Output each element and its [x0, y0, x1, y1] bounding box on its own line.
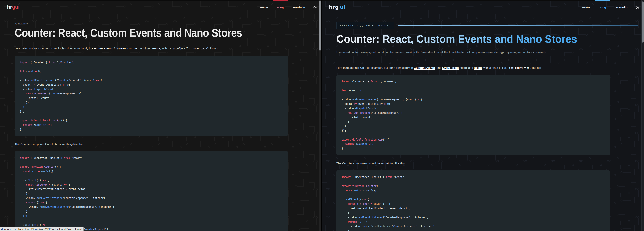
code-line: }) — [342, 120, 605, 124]
code-line — [342, 84, 605, 88]
theme-toggle-button[interactable] — [636, 6, 639, 9]
code-line: }; — [342, 228, 605, 231]
logo-accent: gui — [12, 4, 20, 10]
code-line — [20, 218, 283, 223]
code-line: window.addEventListener("CounterRequest"… — [342, 98, 605, 102]
code-line: count += event.detail?.by || 0; — [20, 82, 283, 87]
code-line: window.dispatchEvent( — [20, 87, 283, 92]
paragraph-text: , with a state of just — [482, 66, 508, 69]
code-line: export function Counter() { — [20, 165, 283, 169]
code-line: }); — [20, 109, 283, 114]
link-preview-status-bar: developer.mozilla.org/en-US/docs/Web/API… — [0, 227, 84, 231]
code-block-app-example: import { Counter } from "./Counter"; let… — [336, 75, 610, 155]
code-line: export default function App() { — [342, 138, 605, 142]
component-paragraph: The Counter component would be something… — [336, 161, 610, 166]
code-line: new CustomEvent("CounterResponse", { — [342, 111, 605, 115]
code-line: useEffect(() => { — [20, 178, 283, 183]
inline-link[interactable]: EventTarget — [442, 66, 459, 69]
site-header: hrgui Home Blog Portfolio — [0, 0, 321, 14]
inline-link[interactable]: Custom Events — [414, 66, 435, 69]
nav-blog[interactable]: Blog — [277, 6, 284, 9]
code-line: import { useEffect, useRef } from "react… — [342, 175, 605, 180]
inline-link[interactable]: React — [152, 47, 160, 50]
code-line: }); — [342, 128, 605, 133]
code-line: window.addEventListener("CounterRequest"… — [20, 78, 283, 82]
code-line: return <Counter />; — [342, 142, 605, 146]
right-window-scrollbar[interactable] — [642, 0, 644, 231]
inline-link[interactable]: React — [474, 66, 482, 69]
code-line: export function Counter() { — [342, 184, 605, 188]
active-tab-indicator — [273, 0, 288, 1]
code-line: }) — [20, 100, 283, 105]
code-line: const ref = useRef(); — [20, 169, 283, 174]
nav-home[interactable]: Home — [260, 6, 268, 9]
code-line: }); — [20, 214, 283, 218]
post-subtitle: Ever used custom events, but find it cum… — [336, 50, 610, 54]
scrollbar-thumb[interactable] — [642, 2, 644, 42]
code-line: const listener = (event) => { — [20, 183, 283, 187]
inline-code: `let count = 0` — [508, 66, 530, 69]
code-line: useEffect(() => { — [20, 223, 283, 227]
code-line: const listener = (event) ⇒ { — [342, 202, 605, 206]
code-line: return () ⇒ { — [342, 220, 605, 224]
code-line: }; — [20, 209, 283, 214]
logo-accent: ui — [340, 4, 345, 10]
paragraph-text: / the — [113, 47, 120, 50]
nav-portfolio[interactable]: Portfolio — [616, 6, 628, 9]
right-browser-window: hrgui Home Blog Portfolio 2/10/2025 // E… — [322, 0, 644, 231]
intro-paragraph: Let's take another Counter example, but … — [336, 66, 610, 70]
code-line: ref.current.textContent = event.detail; — [20, 187, 283, 192]
code-line — [20, 160, 283, 165]
code-line — [342, 93, 605, 98]
theme-toggle-button[interactable] — [313, 6, 317, 9]
post-title: Counter: React, Custom Events and Nano S… — [336, 33, 602, 45]
meta-divider-line — [398, 25, 638, 26]
post-date: 2/10/2025 — [14, 22, 288, 25]
article-content: 2/10/2025 // ENTRY_RECORD Counter: React… — [336, 22, 610, 231]
site-logo[interactable]: hrgui — [329, 4, 345, 10]
code-line: return <Counter />; — [20, 123, 283, 127]
code-line: window.removeEventListener("CounterRespo… — [20, 205, 283, 209]
moon-icon — [313, 6, 317, 9]
main-nav: Home Blog Portfolio — [260, 1, 317, 14]
left-window-scrollbar[interactable] — [318, 0, 321, 231]
post-meta-badge: 2/10/2025 // ENTRY_RECORD — [336, 22, 394, 29]
inline-link[interactable]: Custom Events — [92, 47, 113, 50]
code-line: count += event.detail?.by ‖ 0; — [342, 102, 605, 106]
post-meta-row: 2/10/2025 // ENTRY_RECORD — [336, 22, 638, 29]
article-content: 2/10/2025 Counter: React, Custom Events … — [14, 22, 288, 231]
code-line: }; — [342, 211, 605, 215]
code-line: let count = 0; — [20, 69, 283, 74]
nav-blog[interactable]: Blog — [600, 6, 606, 9]
code-line — [342, 180, 605, 184]
nav-home[interactable]: Home — [582, 6, 590, 9]
code-line — [342, 133, 605, 138]
paragraph-text: model and — [459, 66, 474, 69]
paragraph-text: , like so: — [530, 66, 541, 69]
inline-code: `let count = 0` — [186, 47, 208, 50]
site-logo[interactable]: hrgui — [7, 4, 20, 10]
code-line: detail: count, — [20, 96, 283, 100]
paragraph-text: , with a state of just — [160, 47, 186, 50]
code-line: import { useEffect, useRef } from "react… — [20, 156, 283, 160]
code-line — [20, 65, 283, 69]
code-line: ); — [342, 124, 605, 128]
code-line: } — [20, 127, 283, 132]
left-browser-window: hrgui Home Blog Portfolio 2/10/2025 Coun… — [0, 0, 321, 231]
code-line: return () => { — [20, 200, 283, 205]
code-line: }; — [20, 192, 283, 196]
code-line — [20, 174, 283, 178]
code-line: import { Counter } from "./Counter"; — [20, 60, 283, 65]
nav-portfolio[interactable]: Portfolio — [293, 6, 305, 9]
scrollbar-thumb[interactable] — [319, 1, 321, 50]
code-line: const ref = useRef(); — [342, 188, 605, 193]
code-block-counter-component: import { useEffect, useRef } from "react… — [336, 170, 610, 231]
code-line: detail: count, — [342, 115, 605, 120]
code-line — [20, 114, 283, 118]
code-block-counter-component: import { useEffect, useRef } from "react… — [14, 151, 288, 231]
code-line: window.addEventListener("CounterResponse… — [20, 196, 283, 200]
code-line: let count = 0; — [342, 88, 605, 93]
code-line: import { Counter } from "./Counter"; — [342, 80, 605, 84]
inline-link[interactable]: EventTarget — [120, 47, 137, 50]
logo-primary: hrg — [329, 4, 338, 10]
